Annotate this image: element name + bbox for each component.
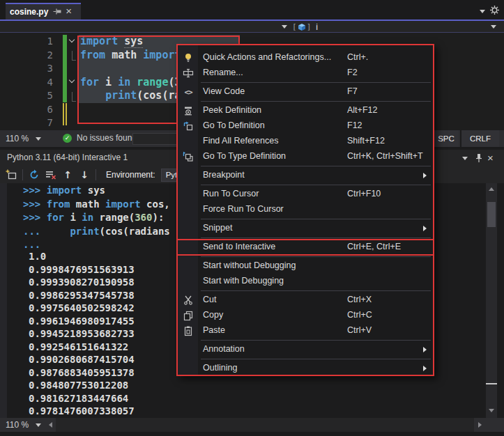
menu-item-start-with-debugging[interactable]: Start with Debugging (178, 274, 433, 289)
horizontal-scrollbar[interactable] (56, 418, 474, 432)
tab-list-chevron-icon[interactable] (480, 10, 485, 13)
menu-item-rename[interactable]: Rename... F2 (178, 65, 433, 81)
repl-output-line: 0.984807753012208 (29, 379, 135, 392)
close-tab-icon[interactable]: × (66, 6, 72, 16)
vertical-scrollbar[interactable] (486, 183, 497, 418)
menu-item-start-without-debugging[interactable]: Start without Debugging (178, 258, 433, 274)
tab-cosine-py[interactable]: cosine.py × (6, 3, 81, 20)
line-number: 4 (0, 76, 53, 90)
code-token: sys (82, 185, 105, 196)
change-bar-unsaved (66, 103, 67, 125)
history-previous-button[interactable]: ↑ (59, 167, 76, 182)
repl-output-values: 1.00.99984769515639130.99939082701909580… (29, 250, 135, 417)
menu-item-view-code[interactable]: <> View Code F7 (178, 84, 433, 100)
scrollbar-thumb[interactable] (487, 202, 496, 227)
editor-zoom-value: 110 % (6, 134, 29, 143)
code-token: in (82, 212, 93, 223)
fold-guide (72, 51, 72, 60)
line-ending-indicator[interactable]: CRLF (460, 130, 499, 147)
zoom-chevron-icon (36, 423, 41, 427)
scroll-left-icon[interactable] (49, 422, 52, 428)
navigation-bar: [ ] i (0, 21, 504, 33)
navbar-chevron-icon (282, 25, 287, 29)
issues-status-text[interactable]: No issues found (77, 133, 137, 143)
menu-item-send-to-interactive[interactable]: Send to Interactive Ctrl+E, Ctrl+E (178, 240, 433, 255)
close-window-icon[interactable]: × (487, 152, 494, 164)
issues-check-icon: ✓ (63, 134, 72, 143)
code-token: >>> (23, 212, 47, 223)
zoom-chevron-icon (36, 137, 41, 141)
interactive-zoom-select[interactable]: 110 % (6, 418, 41, 432)
line-number: 3 (0, 62, 53, 76)
window-bottom-edge (0, 432, 504, 436)
pin-tab-icon[interactable] (53, 7, 62, 15)
menu-item-peek-definition[interactable]: Peek Definition Alt+F12 (178, 103, 433, 118)
scroll-right-icon[interactable] (478, 422, 482, 428)
repl-line: >>> from math import cos, (23, 198, 170, 212)
repl-output-line: 0.981627183447664 (29, 392, 135, 405)
copy-icon (181, 309, 195, 322)
fold-guide (72, 60, 76, 61)
tab-title: cosine.py (10, 7, 48, 17)
toolbar-separator (96, 169, 96, 180)
menu-item-outlining[interactable]: Outlining (178, 361, 433, 376)
menu-separator (201, 256, 431, 257)
menu-separator (201, 185, 431, 185)
pin-window-icon[interactable] (475, 153, 483, 163)
menu-item-snippet[interactable]: Snippet (178, 221, 433, 236)
submenu-arrow-icon (423, 366, 427, 371)
repl-output-line: 0.9986295347545738 (29, 289, 135, 302)
scroll-up-icon[interactable] (489, 187, 494, 191)
fold-guide (72, 101, 76, 102)
clipboard-icon (181, 325, 195, 337)
menu-item-run-to-cursor[interactable]: Run To Cursor Ctrl+F10 (178, 187, 433, 202)
line-number: 1 (0, 35, 53, 49)
menu-item-cut[interactable]: Cut Ctrl+X (178, 293, 433, 308)
clear-screen-button[interactable] (43, 167, 59, 182)
member-variable-icon: [ ] (292, 22, 311, 31)
scissors-icon (181, 294, 195, 306)
fold-chevron-icon[interactable] (69, 77, 75, 83)
navbar-right-chevron-icon[interactable] (491, 25, 496, 29)
visual-studio-window: cosine.py × [ (0, 0, 504, 436)
menu-item-breakpoint[interactable]: Breakpoint (178, 168, 433, 183)
change-bar-unsaved (63, 103, 64, 125)
code-token: ... (23, 226, 70, 237)
code-token: i (64, 212, 82, 223)
menu-item-paste[interactable]: Paste Ctrl+V (178, 323, 433, 338)
space-indicator[interactable]: SPC (432, 130, 459, 147)
reset-interactive-button[interactable] (26, 167, 43, 182)
menu-item-annotation[interactable]: Annotation (178, 342, 433, 357)
menu-item-find-all-references[interactable]: Find All References Shift+F12 (178, 134, 433, 149)
submenu-arrow-icon (423, 347, 427, 352)
navbar-member-dropdown[interactable]: [ ] i (282, 21, 318, 33)
code-token: range( (93, 212, 135, 223)
scroll-down-icon[interactable] (489, 409, 494, 412)
repl-line: >>> for i in range(360): (23, 211, 170, 225)
new-interactive-window-button[interactable] (3, 167, 20, 182)
code-token: import (105, 198, 141, 210)
menu-item-go-to-definition[interactable]: Go To Definition F12 (178, 118, 433, 134)
toolbar-separator (22, 169, 23, 180)
code-token: >>> (23, 198, 47, 210)
navbar-member-name: i (316, 22, 318, 32)
line-number: 5 (0, 89, 53, 103)
go-to-type-definition-icon (181, 150, 195, 163)
environment-label: Environment: (106, 170, 155, 180)
repl-output-line: 0.9998476951563913 (29, 263, 135, 277)
window-menu-chevron-icon[interactable] (462, 157, 468, 160)
code-token: ): (152, 212, 164, 223)
menu-item-copy[interactable]: Copy Ctrl+C (178, 308, 433, 323)
menu-item-go-to-type-definition[interactable]: Go To Type Definition Ctrl+K, Ctrl+Shift… (178, 149, 433, 164)
menu-item-quick-actions[interactable]: Quick Actions and Refactorings... Ctrl+. (178, 50, 433, 65)
code-token: for (47, 212, 64, 223)
code-token: (cos(radians (100, 226, 170, 237)
line-number: 7 (0, 116, 53, 130)
fold-chevron-icon[interactable] (69, 37, 75, 42)
code-token: ... (23, 239, 40, 250)
settings-gear-icon[interactable] (489, 5, 500, 15)
editor-zoom-select[interactable]: 110 % (6, 130, 41, 147)
menu-item-force-run-to-cursor[interactable]: Force Run To Cursor (178, 202, 433, 217)
code-token: math (70, 198, 105, 210)
history-next-button[interactable]: ↓ (76, 167, 93, 182)
